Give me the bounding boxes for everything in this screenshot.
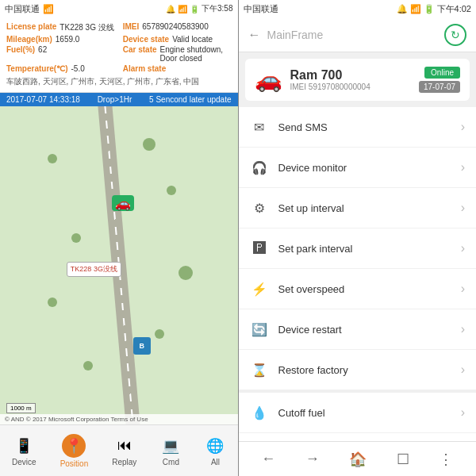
nav-replay-label: Replay (112, 458, 136, 466)
menu-item-device-restart[interactable]: 🔄 Device restart › (239, 309, 477, 350)
vehicle-card: 🚗 Ram 700 IMEI 59197080000004 Online 17-… (245, 59, 470, 101)
status-badge: Online (424, 67, 460, 79)
nav-replay[interactable]: ⏮ Replay (106, 431, 143, 471)
replay-icon: ⏮ (114, 436, 135, 456)
forward-nav-button[interactable]: → (299, 447, 326, 470)
right-status-right: 🔔 📶 🔋 下午4:02 (397, 3, 471, 15)
position-icon: 📍 (62, 434, 86, 458)
license-plate-label: License plate (6, 22, 56, 31)
tree-marker-6 (178, 266, 193, 280)
right-status-left: 中国联通 (244, 3, 278, 15)
nav-position[interactable]: 📍 Position (54, 429, 95, 473)
menu-section-2: 💧 Cutoff fuel › 💧 Resume fuel › (239, 393, 477, 441)
right-battery-icon: 🔋 (424, 4, 435, 14)
car-state-value: Engine shutdown, Door closed (160, 45, 232, 63)
back-nav-button[interactable]: ← (255, 447, 282, 470)
map-attribution: © AND © 2017 Microsoft Corporation Terms… (0, 414, 238, 424)
alarm-icon: 🔔 (166, 5, 175, 13)
datetime-text: 2017-07-07 14:33:18 (6, 95, 80, 104)
mileage-value: 1659.0 (56, 35, 80, 44)
device-restart-icon: 🔄 (250, 320, 269, 339)
right-alarm-icon: 🔔 (397, 4, 408, 14)
nav-all[interactable]: 🌐 All (198, 431, 232, 471)
menu-item-resume-fuel[interactable]: 💧 Resume fuel › (239, 433, 477, 441)
set-interval-icon: ⚙ (250, 198, 269, 217)
menu-item-set-interval[interactable]: ⚙ Set up interval › (239, 188, 477, 228)
left-status-bar: 中国联通 📶 🔔 📶 🔋 下午3:58 (0, 0, 238, 17)
alarm-state-row: Alarm state (123, 64, 232, 73)
tree-marker-8 (143, 138, 155, 151)
fuel-row: Fuel(%) 62 (6, 45, 115, 63)
menu-item-restore-factory[interactable]: ⌛ Restore factory › (239, 350, 477, 390)
overspeed-icon: ⚡ (250, 279, 269, 298)
mileage-label: Mileage(km) (6, 35, 52, 44)
window-nav-button[interactable]: ☐ (390, 447, 416, 471)
left-status-right: 🔔 📶 🔋 下午3:58 (166, 3, 232, 14)
device-monitor-icon: 🎧 (250, 158, 269, 177)
bottom-nav: 📱 Device 📍 Position ⏮ Replay 💻 Cmd 🌐 All (0, 424, 238, 476)
restore-factory-icon: ⌛ (250, 360, 269, 379)
nav-position-label: Position (60, 459, 89, 468)
wifi-icon: 📶 (178, 5, 187, 13)
send-sms-label: Send SMS (278, 121, 461, 133)
update-info-text: 5 Sencond later update (149, 95, 231, 104)
menu-item-cutoff-fuel[interactable]: 💧 Cutoff fuel › (239, 393, 477, 433)
park-interval-arrow: › (461, 241, 465, 255)
tree-marker-1 (48, 154, 57, 163)
device-restart-label: Device restart (278, 324, 461, 336)
back-button[interactable]: ← (248, 28, 261, 42)
device-state-value: Valid locate (172, 35, 213, 44)
mileage-row: Mileage(km) 1659.0 (6, 35, 115, 44)
device-monitor-label: Device monitor (278, 162, 461, 174)
imei-value: 657890240583900 (142, 22, 208, 31)
temp-row: Temperature(℃) -5.0 (6, 64, 115, 73)
alarm-state-label: Alarm state (123, 64, 166, 73)
refresh-button[interactable]: ↻ (444, 24, 466, 46)
send-sms-arrow: › (461, 120, 465, 134)
signal-icons: 📶 (43, 4, 54, 14)
nav-cmd[interactable]: 💻 Cmd (154, 431, 187, 471)
left-status-left: 中国联通 📶 (5, 3, 54, 15)
right-time: 下午4:02 (437, 3, 471, 15)
map-area[interactable]: TK228 3G没线 B 1000 m © AND © 2017 Microso… (0, 106, 238, 424)
device-state-row: Device state Valid locate (123, 35, 232, 44)
drop-info-text: Drop>1Hr (98, 95, 132, 104)
tree-marker-5 (155, 329, 164, 339)
menu-list: ✉ Send SMS › 🎧 Device monitor › ⚙ Set up… (239, 104, 477, 441)
carrier-text: 中国联通 (5, 3, 40, 15)
restore-factory-label: Restore factory (278, 364, 461, 376)
attribution-text: © AND © 2017 Microsoft Corporation Terms… (5, 416, 148, 423)
nav-device-label: Device (12, 458, 36, 466)
temp-label: Temperature(℃) (6, 64, 68, 73)
more-nav-button[interactable]: ⋮ (432, 447, 459, 471)
car-state-label: Car state (123, 45, 157, 54)
tree-marker-2 (167, 186, 176, 195)
map-timestamp-bar: 2017-07-07 14:33:18 Drop>1Hr 5 Sencond l… (0, 93, 238, 106)
menu-item-overspeed[interactable]: ⚡ Set overspeed › (239, 269, 477, 309)
menu-item-send-sms[interactable]: ✉ Send SMS › (239, 107, 477, 148)
device-restart-arrow: › (461, 322, 465, 336)
overspeed-arrow: › (461, 282, 465, 296)
nav-device[interactable]: 📱 Device (6, 431, 43, 471)
scale-bar: 1000 m (6, 403, 36, 413)
device-monitor-arrow: › (461, 160, 465, 175)
park-interval-icon: 🅿 (250, 239, 269, 258)
menu-item-park-interval[interactable]: 🅿 Set park interval › (239, 228, 477, 269)
battery-icon: 🔋 (190, 5, 199, 13)
date-badge: 17-07-07 (419, 81, 460, 93)
send-sms-icon: ✉ (250, 117, 269, 136)
device-label: TK228 3G没线 (67, 262, 121, 277)
blue-marker: B (133, 337, 151, 355)
left-panel: 中国联通 📶 🔔 📶 🔋 下午3:58 License plate TK228 … (0, 0, 238, 476)
cutoff-fuel-arrow: › (461, 405, 465, 420)
device-icon: 📱 (13, 436, 34, 456)
menu-item-device-monitor[interactable]: 🎧 Device monitor › (239, 148, 477, 188)
car-marker[interactable] (112, 195, 134, 211)
right-bottom-nav: ← → 🏠 ☐ ⋮ (239, 441, 477, 476)
right-signal-icon: 📶 (410, 4, 421, 14)
right-panel: 中国联通 🔔 📶 🔋 下午4:02 ← MainFrame ↻ 🚗 Ram 70… (239, 0, 477, 476)
home-nav-button[interactable]: 🏠 (343, 447, 373, 471)
restore-factory-arrow: › (461, 363, 465, 377)
overspeed-label: Set overspeed (278, 283, 461, 295)
fuel-label: Fuel(%) (6, 45, 35, 54)
